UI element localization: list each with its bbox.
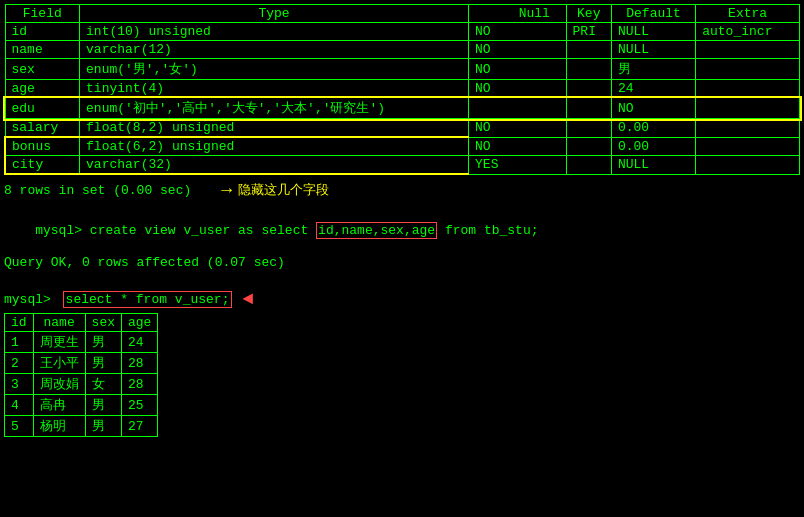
- table-row: age tinyint(4) NO 24: [5, 80, 800, 98]
- col-name: name: [33, 314, 85, 332]
- result-table: id name sex age 1 周更生 男 24 2 王小平 男 28: [4, 313, 158, 437]
- table-row: sex enum('男','女') NO 男: [5, 59, 800, 80]
- field-id: id: [5, 23, 80, 41]
- col-field: Field: [5, 5, 80, 23]
- result-section: id name sex age 1 周更生 男 24 2 王小平 男 28: [4, 313, 800, 437]
- desc-table: Field Type Null Key Default Extra id int…: [4, 4, 800, 175]
- col-extra: Extra: [696, 5, 800, 23]
- col-type: Type: [80, 5, 469, 23]
- select-sql-line: mysql> select * from v_user; ◄: [4, 288, 800, 310]
- terminal-window: Field Type Null Key Default Extra id int…: [0, 0, 804, 517]
- result-row: 4 高冉 男 25: [5, 395, 158, 416]
- result-row: 2 王小平 男 28: [5, 353, 158, 374]
- highlight-columns: id,name,sex,age: [316, 222, 437, 239]
- blank-line: [4, 271, 800, 288]
- table-row: salary float(8,2) unsigned NO 0.00: [5, 119, 800, 138]
- arrow-icon: →: [221, 180, 232, 200]
- select-highlight: select * from v_user;: [63, 291, 233, 308]
- col-key: Key: [566, 5, 611, 23]
- create-view-line: mysql> create view v_user as select id,n…: [4, 207, 800, 254]
- result-row: 3 周改娟 女 28: [5, 374, 158, 395]
- col-default: Default: [611, 5, 695, 23]
- table-row: name varchar(12) NO NULL: [5, 41, 800, 59]
- table-row: bonus float(6,2) unsigned NO 0.00: [5, 137, 800, 156]
- annotation-text: 隐藏这几个字段: [238, 181, 329, 199]
- col-null: Null: [469, 5, 567, 23]
- red-arrow-icon: ◄: [242, 289, 253, 309]
- col-sex: sex: [85, 314, 121, 332]
- result-row: 5 杨明 男 27: [5, 416, 158, 437]
- table-row-edu: edu enum('初中','高中','大专','大本','研究生') NO: [5, 98, 800, 119]
- table-row: city varchar(32) YES NULL: [5, 156, 800, 175]
- rows-info-text: 8 rows in set (0.00 sec): [4, 182, 191, 199]
- table-row: id int(10) unsigned NO PRI NULL auto_inc…: [5, 23, 800, 41]
- col-id: id: [5, 314, 34, 332]
- result-row: 1 周更生 男 24: [5, 332, 158, 353]
- result-table-header: id name sex age: [5, 314, 158, 332]
- rows-info-line: 8 rows in set (0.00 sec) → 隐藏这几个字段: [4, 177, 800, 203]
- col-age: age: [122, 314, 158, 332]
- query-ok-line: Query OK, 0 rows affected (0.07 sec): [4, 254, 800, 271]
